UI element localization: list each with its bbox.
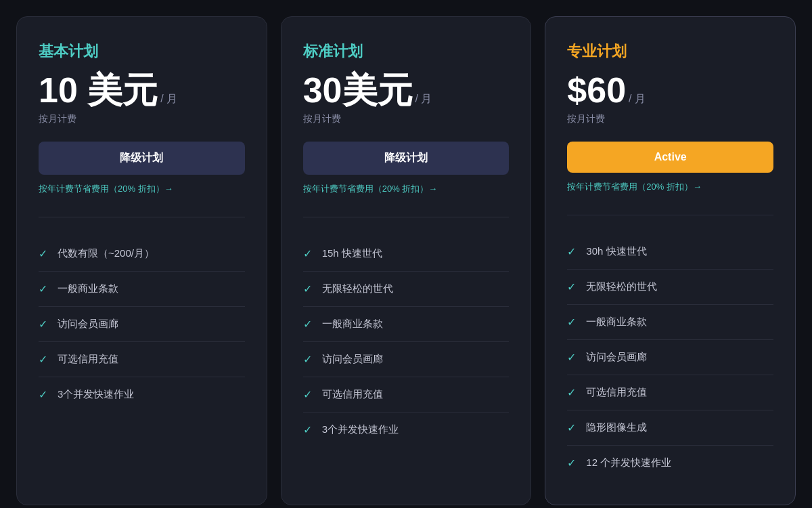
- feature-item: ✓可选信用充值: [303, 377, 510, 412]
- check-icon: ✓: [39, 282, 49, 295]
- divider-standard: [303, 217, 510, 217]
- check-icon: ✓: [303, 388, 314, 401]
- features-list-standard: ✓15h 快速世代✓无限轻松的世代✓一般商业条款✓访问会员画廊✓可选信用充值✓3…: [303, 236, 510, 447]
- feature-item: ✓一般商业条款: [567, 305, 773, 340]
- feature-text: 30h 快速世代: [586, 245, 646, 258]
- feature-item: ✓15h 快速世代: [303, 236, 510, 272]
- feature-item: ✓访问会员画廊: [567, 340, 773, 375]
- feature-text: 12 个并发快速作业: [586, 457, 671, 469]
- annual-link-standard[interactable]: 按年计费节省费用（20% 折扣）→: [303, 183, 510, 195]
- feature-text: 15h 快速世代: [322, 247, 382, 260]
- feature-item: ✓30h 快速世代: [567, 234, 773, 270]
- feature-item: ✓3个并发快速作业: [303, 412, 510, 447]
- feature-text: 访问会员画廊: [322, 353, 383, 366]
- plan-card-standard: 标准计划30美元/ 月按月计费降级计划按年计费节省费用（20% 折扣）→✓15h…: [281, 16, 532, 505]
- check-icon: ✓: [303, 423, 314, 436]
- feature-item: ✓一般商业条款: [39, 272, 245, 307]
- feature-item: ✓无限轻松的世代: [567, 270, 773, 305]
- price-row-pro: $60/ 月: [567, 72, 773, 108]
- plan-name-standard: 标准计划: [303, 41, 510, 62]
- price-period-pro: / 月: [629, 92, 646, 106]
- feature-item: ✓一般商业条款: [303, 307, 510, 342]
- divider-pro: [567, 215, 773, 215]
- plan-card-pro: 专业计划$60/ 月按月计费Active按年计费节省费用（20% 折扣）→✓30…: [545, 16, 796, 505]
- feature-text: 可选信用充值: [58, 353, 118, 366]
- price-amount-standard: 30美元: [303, 72, 413, 108]
- feature-text: 可选信用充值: [586, 386, 647, 399]
- feature-text: 3个并发快速作业: [58, 388, 134, 401]
- action-button-standard[interactable]: 降级计划: [303, 142, 510, 175]
- feature-item: ✓隐形图像生成: [567, 410, 773, 446]
- price-period-basic: / 月: [160, 92, 177, 106]
- feature-text: 访问会员画廊: [586, 351, 647, 364]
- price-period-standard: / 月: [415, 92, 432, 106]
- price-amount-basic: 10 美元: [39, 72, 158, 108]
- check-icon: ✓: [39, 388, 49, 401]
- check-icon: ✓: [567, 280, 578, 293]
- feature-item: ✓访问会员画廊: [303, 342, 510, 377]
- price-amount-pro: $60: [567, 72, 626, 108]
- feature-item: ✓访问会员画廊: [39, 307, 245, 342]
- check-icon: ✓: [303, 318, 314, 331]
- features-list-basic: ✓代数有限（~200/月）✓一般商业条款✓访问会员画廊✓可选信用充值✓3个并发快…: [39, 236, 245, 412]
- check-icon: ✓: [39, 318, 49, 331]
- check-icon: ✓: [567, 421, 578, 434]
- price-row-standard: 30美元/ 月: [303, 72, 510, 108]
- check-icon: ✓: [567, 386, 578, 399]
- feature-text: 一般商业条款: [322, 318, 383, 331]
- check-icon: ✓: [567, 245, 578, 258]
- feature-item: ✓可选信用充值: [39, 342, 245, 377]
- feature-item: ✓可选信用充值: [567, 375, 773, 410]
- billing-note-standard: 按月计费: [303, 113, 510, 125]
- feature-text: 隐形图像生成: [586, 421, 647, 434]
- action-button-pro[interactable]: Active: [567, 142, 773, 173]
- price-row-basic: 10 美元/ 月: [39, 72, 245, 108]
- plan-card-basic: 基本计划10 美元/ 月按月计费降级计划按年计费节省费用（20% 折扣）→✓代数…: [16, 16, 267, 505]
- feature-text: 代数有限（~200/月）: [58, 247, 154, 260]
- billing-note-basic: 按月计费: [39, 113, 245, 125]
- features-list-pro: ✓30h 快速世代✓无限轻松的世代✓一般商业条款✓访问会员画廊✓可选信用充值✓隐…: [567, 234, 773, 480]
- feature-text: 3个并发快速作业: [322, 423, 399, 436]
- billing-note-pro: 按月计费: [567, 113, 773, 125]
- check-icon: ✓: [39, 247, 49, 260]
- annual-link-basic[interactable]: 按年计费节省费用（20% 折扣）→: [39, 183, 245, 195]
- action-button-basic[interactable]: 降级计划: [39, 142, 245, 175]
- check-icon: ✓: [567, 351, 578, 364]
- divider-basic: [39, 217, 245, 217]
- feature-text: 可选信用充值: [322, 388, 383, 401]
- feature-text: 无限轻松的世代: [586, 280, 657, 293]
- check-icon: ✓: [303, 247, 314, 260]
- feature-text: 一般商业条款: [586, 316, 647, 329]
- feature-text: 一般商业条款: [58, 282, 118, 295]
- feature-item: ✓无限轻松的世代: [303, 272, 510, 307]
- check-icon: ✓: [39, 353, 49, 366]
- plan-name-basic: 基本计划: [39, 41, 245, 62]
- feature-item: ✓代数有限（~200/月）: [39, 236, 245, 272]
- check-icon: ✓: [303, 282, 314, 295]
- check-icon: ✓: [567, 316, 578, 329]
- feature-text: 访问会员画廊: [58, 318, 118, 331]
- check-icon: ✓: [567, 457, 578, 469]
- feature-text: 无限轻松的世代: [322, 282, 393, 295]
- annual-link-pro[interactable]: 按年计费节省费用（20% 折扣）→: [567, 181, 773, 193]
- feature-item: ✓3个并发快速作业: [39, 377, 245, 412]
- feature-item: ✓12 个并发快速作业: [567, 446, 773, 480]
- plans-container: 基本计划10 美元/ 月按月计费降级计划按年计费节省费用（20% 折扣）→✓代数…: [16, 16, 796, 505]
- check-icon: ✓: [303, 353, 314, 366]
- plan-name-pro: 专业计划: [567, 41, 773, 62]
